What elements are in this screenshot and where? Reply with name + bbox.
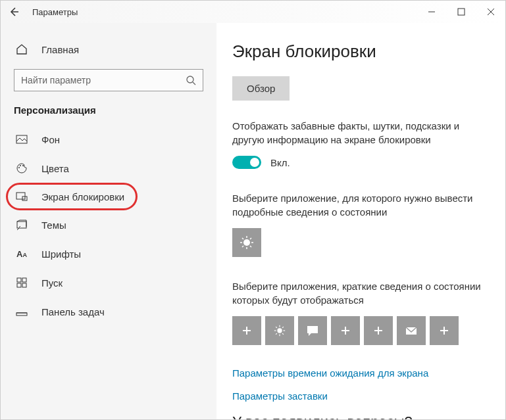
back-button[interactable] bbox=[1, 1, 27, 23]
start-icon bbox=[14, 277, 30, 288]
detailed-status-app-tile[interactable] bbox=[232, 228, 261, 257]
sidebar-item-label: Шрифты bbox=[41, 248, 81, 260]
svg-line-27 bbox=[242, 246, 243, 247]
minimize-icon bbox=[428, 8, 436, 16]
sidebar-item-label: Фон bbox=[41, 134, 60, 145]
svg-line-26 bbox=[250, 238, 251, 239]
svg-line-38 bbox=[276, 333, 277, 335]
home-label: Главная bbox=[41, 44, 79, 55]
quick-status-slot-2[interactable] bbox=[265, 316, 294, 345]
svg-line-5 bbox=[193, 82, 195, 85]
close-icon bbox=[487, 8, 495, 16]
page-heading: Экран блокировки bbox=[232, 41, 490, 62]
svg-rect-12 bbox=[17, 222, 26, 228]
picture-icon bbox=[14, 133, 30, 145]
svg-point-8 bbox=[20, 165, 21, 166]
fun-facts-toggle-row: Вкл. bbox=[232, 156, 490, 169]
app-body: Главная Персонализация Фон Цвета Экран б… bbox=[1, 23, 505, 419]
sidebar-item-background[interactable]: Фон bbox=[14, 125, 216, 154]
fun-facts-description: Отображать забавные факты, шутки, подска… bbox=[232, 119, 490, 147]
plus-icon bbox=[241, 325, 252, 336]
home-nav[interactable]: Главная bbox=[14, 36, 216, 62]
sidebar: Главная Персонализация Фон Цвета Экран б… bbox=[1, 23, 216, 419]
svg-point-7 bbox=[18, 167, 20, 168]
quick-status-tiles bbox=[232, 316, 490, 345]
svg-rect-15 bbox=[17, 283, 21, 287]
detailed-app-description: Выберите приложение, для которого нужно … bbox=[232, 191, 490, 219]
sidebar-item-lock-screen[interactable]: Экран блокировки bbox=[6, 183, 138, 210]
main-content: Экран блокировки Обзор Отображать забавн… bbox=[216, 23, 505, 419]
close-button[interactable] bbox=[476, 1, 505, 23]
palette-icon bbox=[14, 162, 30, 174]
screen-timeout-link[interactable]: Параметры времени ожидания для экрана bbox=[232, 367, 490, 379]
svg-point-9 bbox=[22, 165, 24, 166]
quick-status-slot-5[interactable] bbox=[364, 316, 393, 345]
quick-apps-description: Выберите приложения, краткие сведения о … bbox=[232, 279, 490, 307]
taskbar-icon bbox=[14, 306, 30, 317]
fun-facts-toggle[interactable] bbox=[232, 156, 261, 169]
quick-status-slot-4[interactable] bbox=[331, 316, 360, 345]
search-input[interactable] bbox=[21, 75, 186, 85]
svg-rect-1 bbox=[458, 9, 465, 15]
sidebar-item-taskbar[interactable]: Панель задач bbox=[14, 297, 216, 326]
window-controls bbox=[417, 1, 505, 23]
home-icon bbox=[14, 43, 30, 55]
fonts-icon: AA bbox=[14, 249, 30, 259]
plus-icon bbox=[373, 325, 384, 336]
svg-line-25 bbox=[250, 246, 251, 247]
svg-line-37 bbox=[282, 327, 284, 328]
chat-icon bbox=[306, 324, 319, 337]
sidebar-item-fonts[interactable]: AA Шрифты bbox=[14, 239, 216, 268]
svg-line-24 bbox=[242, 238, 243, 239]
search-box[interactable] bbox=[14, 69, 203, 91]
svg-rect-13 bbox=[17, 278, 21, 282]
quick-status-slot-7[interactable] bbox=[430, 316, 459, 345]
maximize-icon bbox=[457, 8, 465, 16]
quick-status-slot-3[interactable] bbox=[298, 316, 327, 345]
svg-point-19 bbox=[243, 239, 250, 246]
plus-icon bbox=[340, 325, 351, 336]
browse-button[interactable]: Обзор bbox=[232, 76, 290, 101]
weather-icon bbox=[240, 235, 254, 250]
lock-screen-icon bbox=[14, 191, 30, 202]
quick-status-slot-1[interactable] bbox=[232, 316, 261, 345]
screensaver-link[interactable]: Параметры заставки bbox=[232, 390, 490, 402]
svg-line-36 bbox=[282, 333, 284, 335]
sidebar-item-label: Панель задач bbox=[41, 306, 105, 317]
sidebar-item-colors[interactable]: Цвета bbox=[14, 154, 216, 183]
plus-icon bbox=[439, 325, 449, 336]
quick-status-slot-6[interactable] bbox=[397, 316, 426, 345]
arrow-left-icon bbox=[9, 7, 19, 17]
svg-point-4 bbox=[187, 76, 193, 83]
weather-icon bbox=[273, 324, 286, 337]
search-icon bbox=[186, 75, 196, 85]
svg-rect-14 bbox=[22, 278, 26, 282]
toggle-label: Вкл. bbox=[270, 157, 290, 168]
help-question: У вас появились вопросы? bbox=[232, 413, 490, 419]
maximize-button[interactable] bbox=[446, 1, 476, 23]
mail-icon bbox=[405, 324, 418, 337]
section-title: Персонализация bbox=[14, 105, 216, 116]
svg-line-35 bbox=[276, 327, 277, 328]
sidebar-item-themes[interactable]: Темы bbox=[14, 210, 216, 239]
sidebar-item-label: Пуск bbox=[41, 277, 63, 289]
svg-rect-17 bbox=[16, 313, 27, 315]
svg-point-30 bbox=[277, 328, 282, 333]
sidebar-item-start[interactable]: Пуск bbox=[14, 268, 216, 297]
sidebar-item-label: Экран блокировки bbox=[41, 191, 124, 202]
themes-icon bbox=[14, 219, 30, 231]
titlebar: Параметры bbox=[1, 1, 505, 23]
sidebar-item-label: Темы bbox=[41, 220, 66, 231]
svg-rect-10 bbox=[16, 193, 25, 199]
sidebar-item-label: Цвета bbox=[41, 163, 69, 174]
minimize-button[interactable] bbox=[417, 1, 446, 23]
svg-rect-16 bbox=[22, 283, 26, 287]
window-title: Параметры bbox=[27, 7, 78, 17]
